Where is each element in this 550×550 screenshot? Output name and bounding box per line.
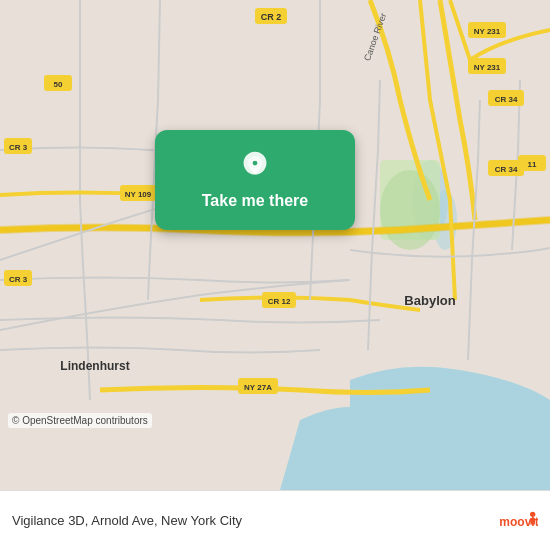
bottom-bar: Vigilance 3D, Arnold Ave, New York City …: [0, 490, 550, 550]
svg-text:CR 2: CR 2: [261, 12, 282, 22]
svg-text:CR 3: CR 3: [9, 143, 28, 152]
svg-text:Lindenhurst: Lindenhurst: [60, 359, 129, 373]
svg-text:CR 34: CR 34: [495, 95, 518, 104]
location-pin-icon: [237, 150, 273, 186]
svg-point-4: [380, 170, 440, 250]
svg-text:NY 231: NY 231: [474, 27, 501, 36]
svg-text:NY 27A: NY 27A: [244, 383, 272, 392]
svg-text:11: 11: [528, 160, 537, 169]
svg-text:CR 3: CR 3: [9, 275, 28, 284]
svg-text:NY 231: NY 231: [474, 63, 501, 72]
svg-text:Babylon: Babylon: [404, 293, 455, 308]
svg-text:CR 34: CR 34: [495, 165, 518, 174]
moovit-logo: moovit: [498, 501, 538, 541]
location-text: Vigilance 3D, Arnold Ave, New York City: [12, 513, 498, 528]
svg-text:CR 12: CR 12: [268, 297, 291, 306]
svg-point-37: [530, 511, 535, 516]
map-container: CR 2 NY 231 CR 34 CR 34 CR 3 50 NY 109 C…: [0, 0, 550, 490]
moovit-icon: moovit: [498, 501, 538, 541]
svg-text:NY 109: NY 109: [125, 190, 152, 199]
svg-text:50: 50: [54, 80, 63, 89]
take-me-there-label: Take me there: [202, 192, 308, 210]
take-me-there-button[interactable]: Take me there: [155, 130, 355, 230]
osm-attribution: © OpenStreetMap contributors: [8, 413, 152, 428]
svg-point-35: [253, 161, 258, 166]
